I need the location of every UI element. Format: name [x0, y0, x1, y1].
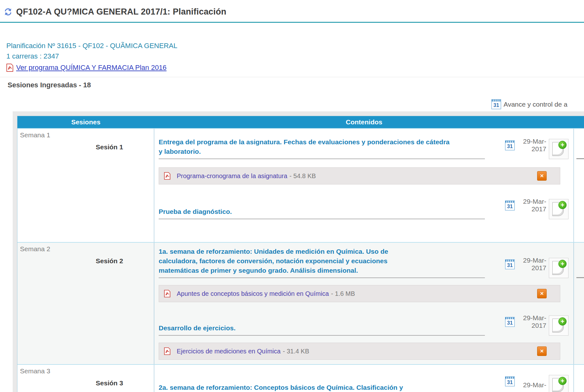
delete-attachment-button[interactable]: ✕ [537, 346, 547, 356]
avance-label: Avance y control de a [504, 101, 568, 108]
careers-line: 1 carreras : 2347 [6, 51, 177, 61]
x-icon: ✕ [540, 173, 544, 179]
date-block: 31 29-Mar- 2017 + [489, 314, 568, 336]
program-link[interactable]: Ver programa QUÍMICA Y FARMACIA Plan 201… [16, 62, 167, 73]
calendar-icon: 31 [492, 99, 501, 109]
date-block: 31 29-Mar- 2017 + [489, 257, 568, 278]
page-header: QF102-A QU?MICA GENERAL 2017/1: Planific… [4, 7, 226, 17]
page-title: QF102-A QU?MICA GENERAL 2017/1: Planific… [16, 7, 226, 17]
empty-indicator [576, 158, 584, 159]
calendar-icon: 31 [505, 201, 515, 210]
column-header-sesiones: Sesiones [17, 118, 154, 126]
avance-link[interactable]: 31 Avance y control de a [492, 99, 568, 109]
add-note-button[interactable]: + [549, 258, 568, 278]
content-item: 1a. semana de reforzamiento: Unidades de… [159, 246, 568, 278]
column-header-contenidos: Contenidos [154, 118, 574, 126]
add-note-button[interactable]: + [549, 375, 568, 392]
pdf-icon [164, 172, 170, 180]
empty-indicator [576, 277, 584, 278]
session-label: Sesión 1 [17, 143, 154, 151]
plus-icon: + [558, 141, 567, 149]
calendar-icon: 31 [505, 259, 515, 269]
table-row-week-3: Semana 3 Sesión 3 2a. semana de reforzam… [17, 364, 584, 392]
delete-attachment-button[interactable]: ✕ [537, 289, 547, 298]
table-row-week-1: Semana 1 Sesión 1 Entrega del programa d… [17, 128, 584, 242]
attachment-row: Apuntes de conceptos básicos y medición … [159, 285, 560, 302]
attachment-size: - 54.8 KB [289, 172, 316, 180]
attachment-link[interactable]: Programa-cronograma de la asignatura [177, 172, 287, 180]
plus-icon: + [558, 377, 567, 385]
add-note-button[interactable]: + [549, 199, 568, 219]
add-note-button[interactable]: + [549, 139, 568, 159]
session-date: 29-Mar- 2017 [517, 257, 546, 272]
section-divider [0, 77, 584, 77]
week-label: Semana 1 [17, 129, 154, 139]
content-title: Desarrollo de ejercicios. [159, 323, 485, 333]
session-label: Sesión 3 [17, 379, 154, 387]
pdf-icon [6, 64, 13, 72]
calendar-icon: 31 [505, 140, 515, 150]
date-block: 31 29-Mar- 2017 + [489, 138, 568, 159]
content-title: 2a. semana de reforzamiento: Conceptos b… [159, 383, 485, 392]
date-block: 31 29-Mar- 2017 + [489, 198, 568, 219]
attachment-link[interactable]: Ejercicios de mediciones en Química [177, 348, 281, 355]
pdf-icon [164, 290, 170, 297]
attachment-row: Programa-cronograma de la asignatura - 5… [159, 167, 560, 184]
add-note-button[interactable]: + [549, 315, 568, 336]
attachment-size: - 31.4 KB [283, 348, 309, 355]
content-title: Prueba de diagnóstico. [159, 207, 485, 216]
session-label: Sesión 2 [17, 257, 154, 265]
session-date: 29-Mar- 2017 [517, 138, 546, 153]
content-item: Desarrollo de ejercicios. 31 29-Mar- 201… [159, 309, 568, 336]
pdf-icon [164, 347, 170, 355]
plan-number-line: Planificación Nº 31615 - QF102 - QUÃMICA… [6, 40, 177, 51]
attachment-row: Ejercicios de mediciones en Química - 31… [159, 343, 560, 360]
session-date: 29-Mar- [517, 381, 546, 389]
header-divider [0, 22, 584, 23]
content-title: 1a. semana de reforzamiento: Unidades de… [159, 247, 412, 275]
attachment-size: - 1.6 MB [331, 290, 355, 297]
week-label: Semana 2 [17, 243, 154, 253]
calendar-icon: 31 [505, 317, 515, 327]
session-date: 29-Mar- 2017 [517, 314, 546, 329]
refresh-icon[interactable] [4, 8, 12, 16]
calendar-icon: 31 [505, 376, 515, 386]
planning-table: Sesiones Contenidos Semana 1 Sesión 1 En… [17, 116, 584, 392]
session-date: 29-Mar- 2017 [517, 198, 546, 213]
plus-icon: + [558, 201, 567, 209]
content-item: 2a. semana de reforzamiento: Conceptos b… [159, 369, 568, 392]
content-title: Entrega del programa de la asignatura. F… [159, 137, 453, 156]
week-label: Semana 3 [17, 365, 154, 375]
plus-icon: + [558, 260, 567, 268]
attachment-link[interactable]: Apuntes de conceptos básicos y medición … [177, 290, 329, 297]
date-block: 31 29-Mar- + [489, 375, 568, 392]
table-row-week-2: Semana 2 Sesión 2 1a. semana de reforzam… [17, 242, 584, 364]
x-icon: ✕ [540, 291, 544, 296]
plan-info: Planificación Nº 31615 - QF102 - QUÃMICA… [6, 40, 177, 73]
sessions-count-heading: Sesiones Ingresadas - 18 [8, 81, 91, 89]
table-header-row: Sesiones Contenidos [17, 116, 584, 128]
content-item: Prueba de diagnóstico. 31 29-Mar- 2017 + [159, 193, 568, 219]
plus-icon: + [558, 317, 567, 326]
delete-attachment-button[interactable]: ✕ [537, 171, 547, 181]
content-item: Entrega del programa de la asignatura. F… [159, 133, 568, 159]
planning-table-container: Sesiones Contenidos Semana 1 Sesión 1 En… [13, 111, 584, 392]
x-icon: ✕ [540, 348, 544, 354]
